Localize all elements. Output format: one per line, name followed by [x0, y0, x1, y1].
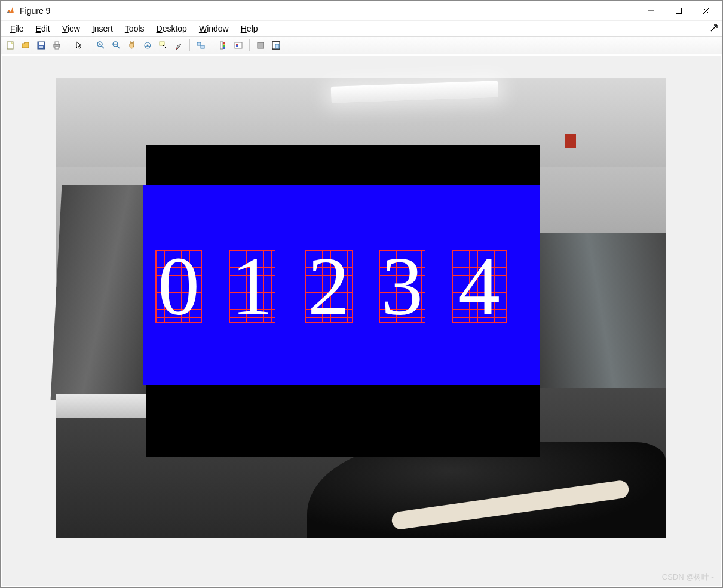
menu-desktop[interactable]: Desktop: [151, 23, 193, 35]
window-controls: [638, 1, 720, 20]
open-button[interactable]: [19, 38, 33, 53]
svg-rect-30: [223, 47, 225, 49]
close-button[interactable]: [693, 1, 720, 20]
digit-text: 0: [156, 250, 201, 322]
hide-tools-button[interactable]: [253, 38, 268, 53]
displayed-image: 0 1 2 3 4: [56, 78, 666, 538]
svg-rect-1: [676, 8, 682, 13]
digit-text: 2: [305, 250, 352, 322]
svg-point-19: [147, 45, 149, 47]
maximize-button[interactable]: [665, 1, 693, 20]
svg-line-21: [163, 45, 166, 48]
digit-box-3: 3: [379, 250, 425, 323]
svg-line-25: [200, 45, 201, 46]
dock-figure-button[interactable]: [269, 38, 283, 53]
minimize-button[interactable]: [638, 1, 665, 20]
zoom-in-button[interactable]: [94, 38, 108, 53]
toolbar-separator: [212, 39, 212, 51]
svg-rect-34: [258, 42, 264, 48]
brush-button[interactable]: [171, 38, 186, 53]
svg-rect-29: [223, 45, 225, 47]
digit-box-4: 4: [452, 250, 507, 323]
menu-insert[interactable]: Insert: [86, 23, 119, 35]
bg-alarm-box: [565, 134, 576, 148]
svg-rect-6: [39, 42, 44, 45]
svg-line-12: [102, 46, 104, 48]
menu-tools[interactable]: Tools: [119, 23, 151, 35]
window-title: Figure 9: [20, 6, 50, 16]
menu-file[interactable]: File: [4, 23, 30, 35]
detected-card: 0 1 2 3 4: [146, 145, 540, 457]
print-button[interactable]: [50, 38, 64, 53]
figure-canvas[interactable]: 0 1 2 3 4: [2, 56, 721, 586]
digit-text: 4: [452, 250, 506, 322]
svg-rect-7: [39, 46, 43, 48]
toolbar-separator: [90, 39, 90, 51]
digit-text: 1: [229, 250, 275, 322]
toolbar: [1, 36, 722, 54]
digit-region: 0 1 2 3 4: [143, 185, 540, 385]
digit-box-1: 1: [229, 250, 275, 323]
insert-legend-button[interactable]: [231, 38, 246, 53]
zoom-out-button[interactable]: [109, 38, 124, 53]
digit-box-2: 2: [305, 250, 353, 323]
toolbar-separator: [68, 39, 68, 51]
menubar: File Edit View Insert Tools Desktop Wind…: [1, 21, 722, 36]
pan-button[interactable]: [125, 38, 139, 53]
new-figure-button[interactable]: [3, 38, 17, 53]
toolbar-separator: [189, 39, 190, 51]
link-plots-button[interactable]: [194, 38, 208, 53]
svg-rect-27: [223, 42, 225, 44]
svg-rect-26: [220, 42, 223, 49]
rotate-3d-button[interactable]: [140, 38, 155, 53]
save-button[interactable]: [34, 38, 48, 53]
menu-edit[interactable]: Edit: [30, 23, 56, 35]
svg-rect-10: [55, 47, 59, 49]
svg-rect-31: [235, 42, 242, 48]
pointer-button[interactable]: [72, 38, 86, 53]
menu-view[interactable]: View: [56, 23, 86, 35]
svg-line-16: [117, 46, 120, 48]
data-cursor-button[interactable]: [156, 38, 170, 53]
toolbar-separator: [249, 39, 250, 51]
digit-box-0: 0: [155, 250, 202, 323]
svg-rect-37: [275, 44, 279, 48]
matlab-icon: [5, 6, 15, 16]
svg-rect-28: [223, 44, 225, 45]
titlebar: Figure 9: [1, 1, 722, 21]
insert-colorbar-button[interactable]: [216, 38, 230, 53]
bg-cubicle-right: [534, 233, 666, 388]
menu-window[interactable]: Window: [193, 23, 235, 35]
watermark: CSDN @树叶~: [662, 572, 714, 583]
svg-rect-9: [55, 42, 59, 44]
svg-rect-20: [160, 42, 164, 45]
undock-icon[interactable]: [709, 23, 719, 33]
menu-help[interactable]: Help: [235, 23, 264, 35]
digit-text: 3: [379, 250, 425, 322]
